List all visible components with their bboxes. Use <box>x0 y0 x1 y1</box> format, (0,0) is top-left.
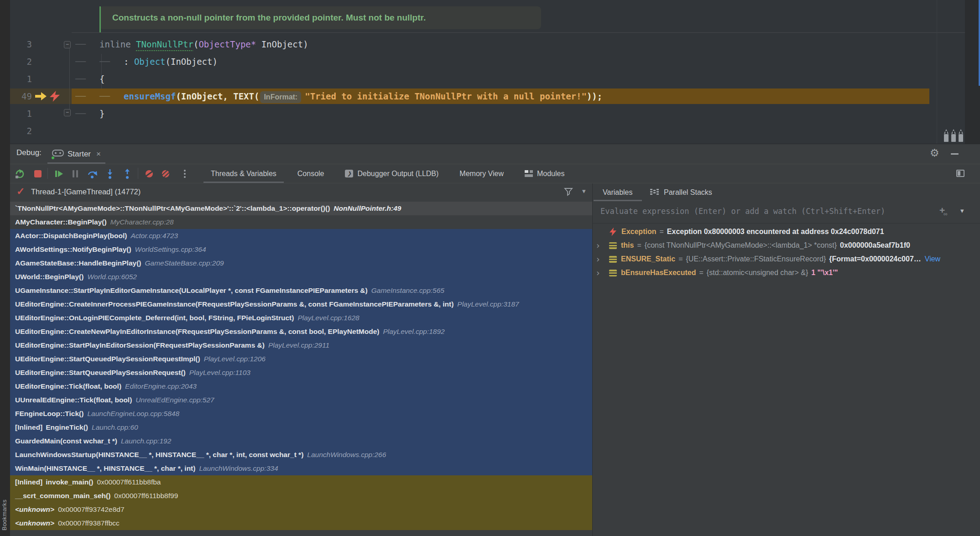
frame-location: Actor.cpp:4723 <box>130 232 178 240</box>
stack-frame-row[interactable]: [Inlined] EngineTick() Launch.cpp:60 <box>10 421 592 434</box>
frame-location: World.cpp:6052 <box>87 273 137 281</box>
field-icon <box>609 242 617 249</box>
gutter-line[interactable]: 49 <box>10 88 72 105</box>
gutter-line[interactable]: 1 <box>10 70 72 88</box>
stack-frame-row[interactable]: <unknown> 0x00007ff93742e8d7 <box>10 503 592 516</box>
debugger-tab[interactable]: Console <box>297 164 324 183</box>
frame-function: AWorldSettings::NotifyBeginPlay() <box>15 245 131 254</box>
tab-label: Variables <box>603 188 633 197</box>
frame-location: 0x00007ff9387ffbcc <box>58 519 120 527</box>
stack-frame-row[interactable]: UEditorEngine::OnLoginPIEComplete_Deferr… <box>10 311 592 325</box>
frame-location: NonNullPointer.h:49 <box>334 204 401 213</box>
tab-whitespace: ── <box>99 53 124 70</box>
resume-button[interactable] <box>53 168 65 180</box>
frame-function: UEditorEngine::OnLoginPIEComplete_Deferr… <box>15 314 294 322</box>
stack-frame-row[interactable]: AGameStateBase::HandleBeginPlay() GameSt… <box>10 256 592 270</box>
frame-function: UEditorEngine::StartQueuedPlaySessionReq… <box>15 369 186 377</box>
frame-function: invoke_main() <box>46 478 93 486</box>
code-line-49-execution: ────ensureMsgf(InObject, TEXT(InFormat:"… <box>72 88 929 105</box>
stack-frame-row[interactable]: [Inlined] invoke_main() 0x00007ff611bb8f… <box>10 475 592 489</box>
stack-frame-row[interactable]: UWorld::BeginPlay() World.cpp:6052 <box>10 270 592 284</box>
editor-gutter[interactable]: 3 2 1 <box>10 36 72 140</box>
stack-frame-row[interactable]: AActor::DispatchBeginPlay(bool) Actor.cp… <box>10 229 592 243</box>
step-over-button[interactable] <box>87 168 99 180</box>
bookmarks-toolwindow-button[interactable]: Bookmarks <box>1 500 8 531</box>
evaluate-expression-row[interactable]: Evaluate expression (Enter) or add a wat… <box>593 201 980 224</box>
stack-frame-row[interactable]: UUnrealEdEngine::Tick(float, bool) Unrea… <box>10 393 592 407</box>
minimize-panel-icon[interactable] <box>951 153 959 155</box>
stack-frame-row[interactable]: FEngineLoop::Tick() LaunchEngineLoop.cpp… <box>10 407 592 421</box>
stack-frame-row[interactable]: UEditorEngine::CreateNewPlayInEditorInst… <box>10 325 592 338</box>
stack-frame-row[interactable]: <unknown> 0x00007ff9387ffbcc <box>10 516 592 530</box>
evaluate-expression-input[interactable]: Evaluate expression (Enter) or add a wat… <box>600 207 885 216</box>
thread-selector[interactable]: ✓ Thread-1-[GameThread] (14772) ▾ <box>10 183 592 202</box>
tab-parallel-stacks[interactable]: Parallel Stacks <box>650 183 712 201</box>
gutter-line[interactable]: 2 <box>10 53 72 70</box>
variable-row[interactable]: › this = {const TNonNullPtr<AMyGameMode>… <box>593 239 980 252</box>
thread-dropdown-caret[interactable]: ▾ <box>582 187 586 195</box>
code-lines: ──inline TNonNullPtr(ObjectType* InObjec… <box>72 36 950 140</box>
variable-row[interactable]: › bEnsureHasExecuted = {std::atomic<unsi… <box>593 266 980 280</box>
debugger-tab[interactable]: Debugger Output (LLDB) <box>345 164 438 183</box>
stack-frame-row[interactable]: UEditorEngine::StartQueuedPlaySessionReq… <box>10 352 592 366</box>
stack-frame-row[interactable]: UEditorEngine::StartQueuedPlaySessionReq… <box>10 366 592 380</box>
tab-variables[interactable]: Variables <box>603 183 633 201</box>
view-link[interactable]: View <box>925 255 940 263</box>
stack-frame-row[interactable]: LaunchWindowsStartup(HINSTANCE__ *, HINS… <box>10 448 592 462</box>
running-status-dot <box>51 156 55 160</box>
more-options-kebab-icon[interactable] <box>179 168 191 180</box>
stack-frame-row[interactable]: AWorldSettings::NotifyBeginPlay() WorldS… <box>10 243 592 256</box>
doc-comment-block: Constructs a non-null pointer from the p… <box>99 6 541 29</box>
stack-frame-row[interactable]: UEditorEngine::CreateInnerProcessPIEGame… <box>10 297 592 311</box>
punct: ) <box>303 39 308 49</box>
doc-comment-text: Constructs a non-null pointer from the p… <box>112 6 426 29</box>
frame-function: __scrt_common_main_seh() <box>15 492 110 500</box>
gutter-line[interactable]: 2 <box>10 122 72 140</box>
filter-frames-icon[interactable] <box>564 187 573 198</box>
rerun-button[interactable] <box>14 168 26 180</box>
gutter-line[interactable]: 3 <box>10 36 72 53</box>
frame-location: PlayLevel.cpp:2911 <box>268 341 329 349</box>
stack-frame-row[interactable]: __scrt_common_main_seh() 0x00007ff611bb8… <box>10 489 592 503</box>
step-out-button[interactable] <box>121 168 133 180</box>
code-editor[interactable]: Constructs a non-null pointer from the p… <box>10 0 965 144</box>
stack-frame-row[interactable]: UEditorEngine::StartPlayInEditorSession(… <box>10 338 592 352</box>
debug-session-tab[interactable]: Starter × <box>47 144 105 164</box>
stack-frame-row[interactable]: WinMain(HINSTANCE__ *, HINSTANCE__ *, ch… <box>10 462 592 475</box>
punct: : <box>124 57 134 67</box>
frame-function: GuardedMain(const wchar_t *) <box>15 437 117 445</box>
add-watch-icon[interactable]: + <box>939 205 945 216</box>
variable-row[interactable]: › ENSURE_Static = {UE::Assert::Private::… <box>593 252 980 266</box>
template-param: ObjectType* <box>198 39 256 49</box>
expand-chevron-icon[interactable]: › <box>596 268 605 278</box>
debugger-tab[interactable]: Memory View <box>459 164 504 183</box>
view-breakpoints-button[interactable] <box>143 168 155 180</box>
stop-button[interactable] <box>32 168 44 180</box>
expand-chevron-icon[interactable]: › <box>596 240 605 250</box>
gutter-line[interactable]: 1 <box>10 105 72 122</box>
ensure-call: ensureMsgf <box>124 91 176 101</box>
editor-scrollbar-strip[interactable] <box>965 0 980 144</box>
settings-gear-icon[interactable]: ⚙ <box>930 147 939 159</box>
tab-whitespace: ── <box>99 88 124 105</box>
evaluate-dropdown-caret[interactable]: ▾ <box>960 207 964 215</box>
mute-breakpoints-button[interactable] <box>160 168 172 180</box>
stack-frame-row[interactable]: AMyCharacter::BeginPlay() MyCharacter.cp… <box>10 215 592 229</box>
stack-frame-row[interactable]: UEditorEngine::Tick(float, bool) EditorE… <box>10 380 592 393</box>
frame-location: 0x00007ff611bb8f99 <box>114 492 178 500</box>
layout-settings-icon[interactable] <box>956 170 964 177</box>
debugger-tab[interactable]: Threads & Variables <box>211 164 276 183</box>
thread-name: Thread-1-[GameThread] (14772) <box>31 187 141 196</box>
step-into-button[interactable] <box>104 168 116 180</box>
inspections-widget-icon[interactable] <box>943 129 964 143</box>
variable-row[interactable]: › Exception = Exception 0x80000003 encou… <box>593 225 980 239</box>
debugger-tab[interactable]: Modules <box>525 164 564 183</box>
stack-frame-row[interactable]: GuardedMain(const wchar_t *) Launch.cpp:… <box>10 434 592 448</box>
stack-frame-row[interactable]: UGameInstance::StartPlayInEditorGameInst… <box>10 284 592 297</box>
expand-chevron-icon[interactable]: › <box>596 254 605 264</box>
close-session-icon[interactable]: × <box>96 150 101 159</box>
line-number: 1 <box>10 105 32 122</box>
stack-frame-row[interactable]: `TNonNullPtr<AMyGameMode>::TNonNullPtr<A… <box>10 202 592 215</box>
pause-button[interactable] <box>69 168 81 180</box>
frame-location: UnrealEdEngine.cpp:527 <box>136 396 214 404</box>
